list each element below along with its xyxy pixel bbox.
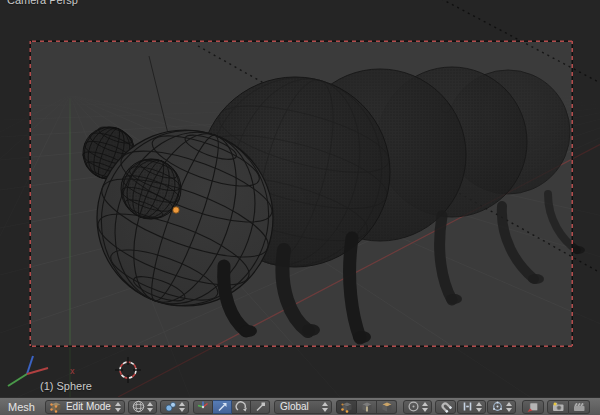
orientation-label: Global: [278, 401, 311, 412]
stepper-icon[interactable]: [422, 402, 428, 412]
edit-mode-cube-icon: [49, 400, 62, 413]
face-select-button[interactable]: [377, 400, 397, 414]
object-info-label: (1) Sphere: [40, 380, 92, 392]
face-select-icon: [380, 400, 393, 413]
opengl-render-anim-button[interactable]: [569, 400, 590, 414]
stepper-icon[interactable]: [179, 402, 185, 412]
proportional-edit-dropdown[interactable]: [403, 400, 432, 414]
manipulator-axes-icon: [197, 400, 209, 413]
manipulator-group: [193, 400, 270, 414]
foot-4: [528, 274, 544, 284]
viewport-header: Mesh Edit Mode: [0, 397, 600, 415]
translate-manipulator-button[interactable]: [213, 400, 232, 414]
vertex-select-icon: [340, 400, 353, 413]
opengl-render-anim-icon: [572, 400, 586, 413]
3d-viewport[interactable]: x Camera Persp (1) Sphere: [0, 0, 600, 397]
blender-window: x Camera Persp (1) Sphere Mesh: [0, 0, 600, 415]
foot-2a: [302, 324, 320, 336]
edge-select-button[interactable]: [357, 400, 377, 414]
stepper-icon[interactable]: [506, 402, 512, 412]
mode-label: Edit Mode: [64, 401, 113, 412]
3d-viewport-canvas[interactable]: x: [0, 0, 600, 397]
foot-2b: [353, 331, 371, 343]
view-name-label: Camera Persp: [7, 0, 78, 6]
mode-dropdown[interactable]: Edit Mode: [45, 400, 125, 414]
median-point-icon: [164, 400, 177, 413]
stepper-icon[interactable]: [322, 402, 328, 412]
rotate-manipulator-button[interactable]: [232, 400, 251, 414]
edge-select-icon: [360, 400, 373, 413]
mesh-menu[interactable]: Mesh: [8, 401, 35, 413]
snap-target-dropdown[interactable]: [487, 400, 516, 414]
opengl-render-still-icon: [551, 400, 565, 413]
snap-toggle-button[interactable]: [435, 400, 456, 414]
rotate-arc-icon: [235, 400, 247, 413]
scale-manipulator-button[interactable]: [251, 400, 270, 414]
snap-align-rotation-icon: [526, 400, 540, 413]
stepper-icon[interactable]: [115, 402, 121, 412]
proportional-edit-off-icon: [407, 400, 420, 413]
foot-head: [239, 325, 257, 337]
scale-arrow-icon: [254, 400, 266, 413]
snap-element-dropdown[interactable]: [457, 400, 486, 414]
vertex-select-button[interactable]: [336, 400, 357, 414]
opengl-render-still-button[interactable]: [547, 400, 569, 414]
gizmo-x-label: x: [70, 366, 75, 376]
snap-magnet-icon: [439, 400, 452, 413]
select-mode-group: [336, 400, 397, 414]
pivot-point-dropdown[interactable]: [160, 400, 189, 414]
snap-align-rotation-button[interactable]: [522, 400, 544, 414]
snap-increment-icon: [461, 400, 474, 413]
origin-dot: [173, 207, 179, 213]
opengl-render-group: [547, 400, 590, 414]
viewport-shading-dropdown[interactable]: [128, 400, 157, 414]
wireframe-globe-icon: [132, 400, 145, 413]
transform-orientation-dropdown[interactable]: Global: [274, 400, 332, 414]
stepper-icon[interactable]: [147, 402, 153, 412]
snap-target-icon: [491, 400, 504, 413]
stepper-icon[interactable]: [476, 402, 482, 412]
manipulator-toggle-button[interactable]: [193, 400, 213, 414]
foot-3: [446, 294, 462, 304]
translate-arrow-icon: [216, 400, 228, 413]
